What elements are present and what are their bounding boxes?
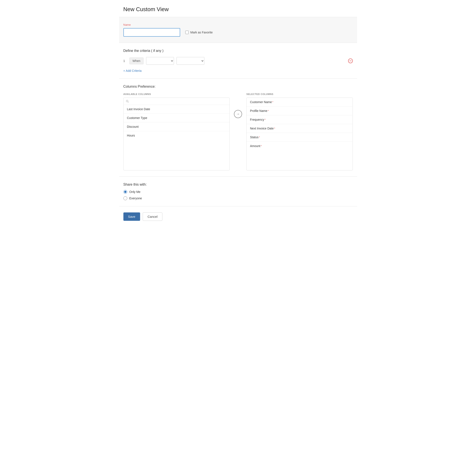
criteria-section: Define the criteria ( if any ) 1 When + …	[119, 43, 357, 79]
columns-section: Columns Preference: AVAILABLE COLUMNS	[119, 79, 357, 177]
share-section: Share this with: Only Me Everyone	[119, 177, 357, 206]
columns-layout: AVAILABLE COLUMNS Last Invoice Date Cust…	[123, 93, 353, 170]
page-title: New Custom View	[123, 6, 353, 13]
name-input[interactable]	[123, 28, 180, 37]
when-badge: When	[129, 57, 144, 64]
available-search-row	[124, 98, 230, 105]
selected-columns-box: Customer Name* Profile Name* Frequency* …	[246, 98, 353, 170]
favorite-checkbox[interactable]	[185, 31, 189, 34]
selected-columns-label: SELECTED COLUMNS	[246, 93, 353, 95]
selected-column-status: Status*	[247, 133, 353, 142]
share-everyone-text: Everyone	[129, 197, 142, 200]
favorite-checkbox-label[interactable]: Mark as Favorite	[185, 31, 213, 34]
selected-column-frequency: Frequency*	[247, 115, 353, 124]
share-radio-group: Only Me Everyone	[123, 190, 353, 200]
required-dot: *	[265, 118, 266, 121]
criteria-number: 1	[123, 59, 127, 63]
required-dot: *	[274, 127, 275, 130]
name-label: Name	[123, 23, 353, 26]
available-column-discount[interactable]: Discount	[124, 122, 230, 131]
required-dot: *	[259, 136, 260, 139]
selected-column-profile-name: Profile Name*	[247, 106, 353, 115]
available-search-input[interactable]	[131, 100, 227, 103]
remove-circle-icon	[348, 59, 353, 63]
available-column-last-invoice-date[interactable]: Last Invoice Date	[124, 105, 230, 114]
required-dot: *	[272, 101, 273, 104]
available-columns-box: Last Invoice Date Customer Type Discount…	[123, 98, 230, 170]
selected-column-next-invoice-date: Next Invoice Date*	[247, 124, 353, 133]
share-only-me-text: Only Me	[129, 190, 141, 194]
save-button[interactable]: Save	[123, 212, 140, 221]
criteria-operator-select[interactable]	[176, 57, 204, 65]
name-row: Mark as Favorite	[123, 28, 353, 37]
selected-columns-panel: SELECTED COLUMNS Customer Name* Profile …	[246, 93, 353, 170]
transfer-button[interactable]: →	[234, 110, 242, 118]
available-column-customer-type[interactable]: Customer Type	[124, 114, 230, 122]
columns-heading: Columns Preference:	[123, 85, 353, 88]
available-columns-panel: AVAILABLE COLUMNS Last Invoice Date Cust…	[123, 93, 230, 170]
available-columns-label: AVAILABLE COLUMNS	[123, 93, 230, 95]
criteria-row: 1 When	[123, 57, 353, 65]
share-only-me-radio[interactable]	[123, 190, 127, 194]
title-bar: New Custom View	[119, 0, 357, 17]
actions-section: Save Cancel	[119, 206, 357, 227]
svg-line-1	[128, 101, 128, 102]
remove-criteria-button[interactable]	[348, 59, 353, 63]
share-everyone-label[interactable]: Everyone	[123, 196, 353, 200]
cancel-button[interactable]: Cancel	[143, 212, 163, 221]
share-everyone-radio[interactable]	[123, 196, 127, 200]
page-wrapper: New Custom View Name Mark as Favorite De…	[119, 0, 357, 227]
transfer-btn-wrap: →	[234, 93, 242, 118]
share-heading: Share this with:	[123, 183, 353, 186]
selected-column-amount: Amount*	[247, 142, 353, 150]
search-icon	[126, 100, 129, 103]
required-dot: *	[268, 110, 269, 113]
selected-column-customer-name: Customer Name*	[247, 98, 353, 106]
criteria-heading: Define the criteria ( if any )	[123, 49, 353, 53]
add-criteria-link[interactable]: + Add Criteria	[123, 69, 142, 72]
arrow-right-icon: →	[236, 112, 240, 116]
favorite-label: Mark as Favorite	[190, 31, 213, 34]
share-only-me-label[interactable]: Only Me	[123, 190, 353, 194]
required-dot: *	[261, 145, 262, 148]
name-section: Name Mark as Favorite	[119, 17, 357, 43]
available-column-hours[interactable]: Hours	[124, 131, 230, 140]
criteria-field-select[interactable]	[146, 57, 174, 65]
